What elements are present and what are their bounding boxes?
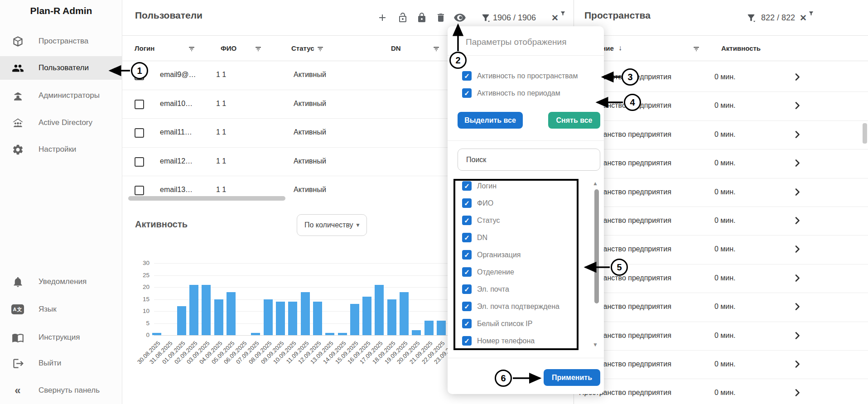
- login-filter-icon[interactable]: [188, 45, 196, 53]
- checkbox-checked-icon[interactable]: ✓: [462, 302, 472, 311]
- chevron-right-icon[interactable]: [792, 72, 803, 82]
- user-login: email9@…: [160, 71, 196, 79]
- popup-column-checkbox-7[interactable]: ✓Эл. почта подтверждена: [462, 302, 559, 311]
- sidebar-footer-item-2[interactable]: Инструкция: [0, 326, 122, 349]
- popup-column-checkbox-2[interactable]: ✓Статус: [462, 216, 500, 225]
- popup-column-checkbox-0[interactable]: ✓Логин: [462, 181, 497, 191]
- space-row[interactable]: Пространство предприятия0 мин.: [575, 63, 868, 92]
- users-table-hscrollbar[interactable]: [128, 196, 285, 201]
- popup-column-checkbox-9[interactable]: ✓Номер телефона: [462, 336, 535, 346]
- popup-scrollbar[interactable]: [594, 189, 599, 303]
- sidebar-footer-item-0[interactable]: Уведомления: [0, 270, 122, 293]
- unlock-users-button[interactable]: [397, 12, 409, 24]
- spaces-clear-filter-button[interactable]: ✕: [797, 12, 809, 24]
- chevron-right-icon[interactable]: [792, 187, 803, 197]
- popup-search-input[interactable]: [458, 149, 600, 171]
- popup-column-checkbox-1[interactable]: ✓ФИО: [462, 198, 493, 208]
- row-checkbox[interactable]: [135, 186, 144, 195]
- checkbox-checked-icon[interactable]: ✓: [462, 267, 472, 277]
- sidebar-item-label: Пользователи: [39, 63, 89, 72]
- sidebar-footer-item-1[interactable]: A文Язык: [0, 298, 122, 321]
- checkbox-checked-icon[interactable]: ✓: [462, 216, 472, 225]
- status-filter-icon[interactable]: [316, 45, 324, 53]
- space-row[interactable]: Пространство предприятия0 мин.: [575, 178, 868, 207]
- sidebar-item-0[interactable]: Пространства: [0, 29, 122, 53]
- popup-top-checkbox-0[interactable]: ✓Активность по пространствам: [462, 71, 578, 81]
- checkbox-label: Отделение: [477, 268, 514, 276]
- sidebar-item-2[interactable]: Администраторы: [0, 84, 122, 107]
- select-all-button[interactable]: Выделить все: [458, 112, 523, 129]
- chevron-right-icon[interactable]: [792, 158, 803, 168]
- users-clear-filter-button[interactable]: ✕: [549, 12, 561, 24]
- user-status: Активный: [294, 71, 326, 79]
- sidebar-item-1[interactable]: Пользователи: [0, 56, 122, 80]
- sidebar-footer-item-4[interactable]: «Свернуть панель: [0, 379, 122, 402]
- users-filter-button[interactable]: [480, 12, 492, 24]
- row-checkbox[interactable]: [135, 100, 144, 109]
- space-row[interactable]: Пространство предприятия0 мин.: [575, 92, 868, 120]
- popup-column-checkbox-3[interactable]: ✓DN: [462, 233, 487, 242]
- checkbox-checked-icon[interactable]: ✓: [462, 250, 472, 260]
- sidebar-item-4[interactable]: Настройки: [0, 138, 122, 161]
- chevron-right-icon[interactable]: [792, 215, 803, 226]
- delete-users-button[interactable]: [435, 12, 447, 24]
- space-row[interactable]: Пространство предприятия0 мин.: [575, 149, 868, 178]
- sidebar-footer-item-3[interactable]: Выйти: [0, 351, 122, 375]
- activity-mode-dropdown[interactable]: По количеству ▼: [297, 214, 367, 236]
- fio-filter-icon[interactable]: [254, 45, 262, 53]
- space-row[interactable]: Пространство предприятия0 мин.: [575, 207, 868, 236]
- popup-scroll-up-icon[interactable]: ▲: [593, 180, 598, 187]
- space-row[interactable]: Пространство предприятия0 мин.: [575, 322, 868, 351]
- checkbox-checked-icon[interactable]: ✓: [462, 336, 472, 346]
- space-row[interactable]: Пространство предприятия0 мин.: [575, 121, 868, 149]
- sort-desc-icon[interactable]: ↓: [618, 44, 622, 52]
- display-options-popup: Параметры отображения ✓Активность по про…: [448, 26, 604, 394]
- user-login: email10…: [160, 100, 193, 108]
- add-user-button[interactable]: [376, 12, 388, 24]
- popup-scroll-down-icon[interactable]: ▼: [593, 341, 598, 348]
- chevron-right-icon[interactable]: [792, 359, 803, 370]
- popup-column-checkbox-8[interactable]: ✓Белый список IP: [462, 319, 532, 328]
- activity-bar: [338, 333, 347, 335]
- checkbox-checked-icon[interactable]: ✓: [462, 198, 472, 208]
- popup-column-checkbox-6[interactable]: ✓Эл. почта: [462, 284, 509, 294]
- popup-top-checkbox-1[interactable]: ✓Активность по периодам: [462, 88, 560, 98]
- row-checkbox[interactable]: [135, 157, 144, 167]
- chevron-right-icon[interactable]: [792, 330, 803, 341]
- sidebar-item-3[interactable]: Active Directory: [0, 111, 122, 135]
- clear-all-button[interactable]: Снять все: [548, 112, 600, 129]
- popup-column-checkbox-4[interactable]: ✓Организация: [462, 250, 521, 260]
- apply-button[interactable]: Применить: [544, 369, 600, 386]
- checkbox-checked-icon[interactable]: ✓: [462, 233, 472, 242]
- chevron-right-icon[interactable]: [792, 100, 803, 111]
- spaces-filter-button[interactable]: [745, 12, 757, 24]
- filter-funnel-icon: [481, 13, 491, 23]
- spaces-table-body: Пространство предприятия0 мин.Пространст…: [575, 61, 868, 404]
- checkbox-checked-icon[interactable]: ✓: [462, 284, 472, 294]
- app-title: Plan-R Admin: [0, 5, 122, 16]
- dn-filter-icon[interactable]: [432, 45, 440, 53]
- space-activity: 0 мин.: [714, 274, 736, 282]
- chevron-right-icon[interactable]: [792, 273, 803, 284]
- annotation-circle-5: 5: [611, 259, 628, 276]
- space-row[interactable]: Пространство предприятия0 мин.: [575, 351, 868, 379]
- chevron-right-icon[interactable]: [792, 244, 803, 255]
- checkbox-checked-icon[interactable]: ✓: [462, 319, 472, 328]
- lock-users-button[interactable]: [416, 12, 428, 24]
- window-vscrollbar[interactable]: [863, 123, 867, 144]
- popup-column-checkbox-5[interactable]: ✓Отделение: [462, 267, 514, 277]
- checkbox-checked-icon[interactable]: ✓: [462, 88, 472, 98]
- chevron-right-icon[interactable]: [792, 301, 803, 312]
- divider: [448, 55, 604, 56]
- checkbox-checked-icon[interactable]: ✓: [462, 71, 472, 81]
- space-row[interactable]: Пространство предприятия0 мин.: [575, 379, 868, 404]
- annotation-circle-4: 4: [624, 94, 641, 111]
- row-checkbox[interactable]: [135, 128, 144, 138]
- checkbox-checked-icon[interactable]: ✓: [462, 181, 472, 191]
- name-filter-icon[interactable]: [692, 45, 700, 53]
- display-options-button[interactable]: [453, 12, 467, 24]
- space-row[interactable]: Пространство предприятия0 мин.: [575, 293, 868, 322]
- chevron-right-icon[interactable]: [792, 129, 803, 140]
- chevron-right-icon[interactable]: [792, 387, 803, 398]
- sidebar-item-label: Настройки: [39, 145, 76, 154]
